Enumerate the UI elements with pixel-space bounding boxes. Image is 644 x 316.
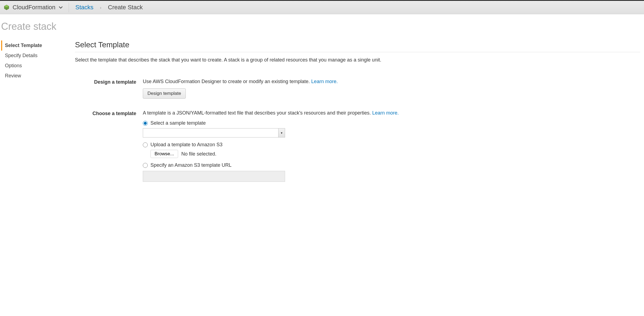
sidebar-item-label: Select Template	[5, 43, 42, 48]
sidebar-item-label: Options	[5, 63, 22, 68]
breadcrumb-bar: CloudFormation Stacks › Create Stack	[0, 0, 644, 14]
radio-row-url: Specify an Amazon S3 template URL	[143, 162, 640, 168]
design-template-label: Design a template	[75, 79, 143, 99]
cloudformation-icon	[3, 4, 10, 11]
sidebar-item-label: Specify Details	[5, 53, 37, 58]
design-template-row: Design a template Use AWS CloudFormation…	[75, 79, 640, 99]
no-file-selected-text: No file selected.	[181, 151, 216, 157]
wizard-sidebar: Select Template Specify Details Options …	[1, 36, 72, 204]
choose-template-label: Choose a template	[75, 110, 143, 182]
breadcrumb-link-stacks[interactable]: Stacks	[76, 4, 94, 11]
sidebar-item-specify-details[interactable]: Specify Details	[1, 51, 72, 61]
chevron-down-icon[interactable]	[59, 5, 63, 10]
breadcrumb-current: Create Stack	[108, 4, 143, 11]
radio-row-upload: Upload a template to Amazon S3	[143, 142, 640, 148]
radio-specify-url[interactable]	[143, 163, 148, 168]
sidebar-item-select-template[interactable]: Select Template	[1, 40, 72, 51]
radio-label-sample: Select a sample template	[150, 120, 206, 126]
radio-upload-s3[interactable]	[143, 142, 148, 147]
breadcrumb-separator: ›	[100, 5, 101, 10]
caret-down-icon: ▼	[280, 131, 283, 134]
radio-select-sample[interactable]	[143, 121, 148, 126]
sidebar-item-review[interactable]: Review	[1, 71, 72, 81]
choose-learn-more-link[interactable]: Learn more.	[372, 110, 399, 116]
page-title: Create stack	[0, 14, 644, 36]
upload-row: Browse... No file selected.	[150, 150, 640, 158]
sample-template-select[interactable]: ▼	[143, 128, 285, 137]
sidebar-item-label: Review	[5, 73, 21, 78]
radio-label-upload: Upload a template to Amazon S3	[150, 142, 222, 148]
section-divider	[75, 52, 640, 52]
browse-button[interactable]: Browse...	[150, 150, 178, 158]
section-description: Select the template that describes the s…	[75, 57, 640, 63]
design-learn-more-link[interactable]: Learn more.	[311, 79, 338, 84]
sidebar-item-options[interactable]: Options	[1, 61, 72, 71]
main-content: Select Template Select the template that…	[72, 36, 643, 204]
radio-row-sample: Select a sample template	[143, 120, 640, 126]
section-title: Select Template	[75, 40, 640, 49]
breadcrumb-separator-vertical	[69, 2, 69, 12]
sample-template-dropdown-button[interactable]: ▼	[278, 128, 285, 137]
choose-template-row: Choose a template A template is a JSON/Y…	[75, 110, 640, 182]
design-template-button[interactable]: Design template	[143, 88, 186, 99]
sample-template-input[interactable]	[143, 128, 278, 137]
s3-url-input[interactable]	[143, 171, 285, 182]
radio-label-url: Specify an Amazon S3 template URL	[150, 162, 231, 168]
service-name[interactable]: CloudFormation	[13, 4, 56, 11]
choose-help-text: A template is a JSON/YAML-formatted text…	[143, 110, 372, 116]
design-help-text: Use AWS CloudFormation Designer to creat…	[143, 79, 311, 84]
